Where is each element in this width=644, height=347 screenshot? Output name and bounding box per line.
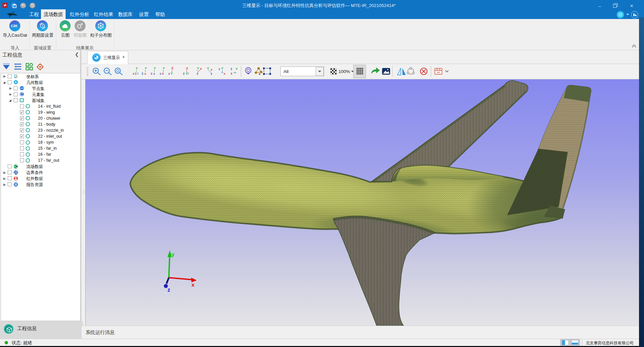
svg-text:x̄: x̄: [151, 72, 153, 75]
svg-text:Y: Y: [163, 66, 165, 70]
svg-text:z: z: [154, 72, 155, 75]
svg-text:x: x: [200, 67, 202, 70]
svg-text:x: x: [191, 282, 194, 288]
svg-text:x: x: [224, 72, 226, 75]
svg-text:z̄: z̄: [142, 72, 144, 75]
svg-text:Ȳ: Ȳ: [186, 72, 188, 75]
svg-text:z: z: [167, 287, 170, 293]
svg-text:x̄: x̄: [162, 72, 164, 75]
svg-text:z: z: [219, 67, 220, 71]
svg-text:Y: Y: [236, 67, 238, 71]
svg-text:X̄: X̄: [171, 66, 174, 70]
svg-text:z̄: z̄: [135, 72, 137, 75]
svg-text:100%: 100%: [339, 69, 350, 74]
svg-text:Ȳ: Ȳ: [171, 72, 173, 75]
svg-text:z: z: [168, 72, 170, 75]
svg-text:x̄: x̄: [231, 72, 233, 75]
svg-text:z: z: [160, 72, 161, 75]
svg-text:z̄: z̄: [183, 72, 185, 75]
svg-text:Y: Y: [207, 66, 209, 70]
svg-text:All: All: [284, 69, 289, 74]
svg-text:x: x: [16, 75, 18, 77]
svg-text:Y: Y: [197, 66, 199, 70]
svg-text:Y: Y: [136, 66, 138, 70]
svg-text:x: x: [211, 68, 213, 71]
svg-text:z̄: z̄: [231, 67, 232, 71]
svg-text:Y: Y: [145, 66, 147, 70]
svg-text:Y: Y: [154, 66, 156, 70]
svg-text:X: X: [186, 66, 188, 70]
svg-text:z: z: [211, 72, 212, 75]
svg-text:x: x: [145, 72, 147, 75]
svg-text:Y: Y: [221, 66, 224, 70]
svg-text:x: x: [133, 72, 135, 75]
svg-text:y: y: [171, 252, 174, 257]
